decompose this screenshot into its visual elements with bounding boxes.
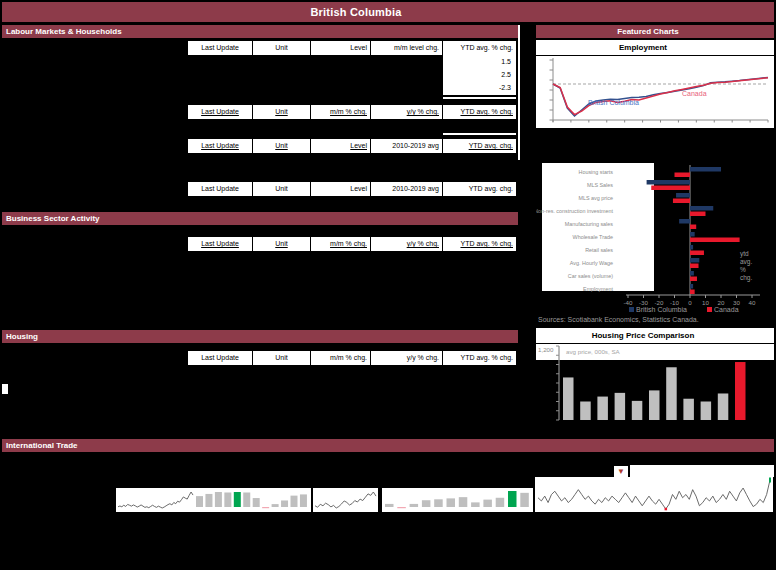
col-header-yy-pct-chg: y/y % chg.	[371, 237, 442, 251]
svg-text:Canada: Canada	[714, 306, 739, 313]
col-header-ytd-avg-pct-chg: YTD avg. % chg.	[443, 351, 516, 365]
trade-sparkline-panel-2[interactable]	[313, 488, 378, 512]
col-header-level: Level	[311, 182, 370, 196]
svg-text:British Columbia: British Columbia	[636, 306, 687, 313]
svg-text:40: 40	[749, 299, 756, 306]
svg-text:Retail sales: Retail sales	[585, 247, 613, 253]
trade-sparkline-panel-3[interactable]	[382, 488, 533, 512]
sparkline-line-svg	[535, 477, 773, 512]
col-header-mm-pct-chg: m/m % chg.	[311, 105, 370, 119]
sparkline-line-svg	[313, 488, 378, 512]
sparkline-bar-svg	[382, 488, 533, 512]
col-header-yy-pct-chg: y/y % chg.	[371, 105, 442, 119]
indicators-chart-svg: Housing startsMLS SalesMLS avg priceNon-…	[536, 160, 776, 328]
employment-chart[interactable]: British ColumbiaCanada	[536, 56, 774, 128]
section-header-housing: Housing	[2, 330, 518, 343]
svg-text:30: 30	[733, 299, 740, 306]
section-header-business: Business Sector Activity	[2, 212, 518, 225]
section-header-featured-charts: Featured Charts	[536, 25, 774, 38]
svg-text:-10: -10	[670, 299, 680, 306]
col-header-unit: Unit	[253, 139, 310, 153]
housing-price-chart-svg: 1,200avg price, 000s, SA	[536, 344, 774, 425]
svg-text:1,200: 1,200	[538, 346, 554, 353]
svg-text:MLS Sales: MLS Sales	[587, 182, 613, 188]
col-header-last-update: Last Update	[188, 41, 252, 55]
col-header-ytd-avg-pct-chg: YTD avg. % chg.	[443, 41, 516, 55]
col-header-mm-pct-chg: m/m % chg.	[311, 351, 370, 365]
sparkline-top-strip	[630, 465, 774, 477]
svg-text:20: 20	[718, 299, 725, 306]
col-header-last-update: Last Update	[188, 139, 252, 153]
col-header-last-update: Last Update	[188, 237, 252, 251]
col-header-ytd-avg-chg: YTD avg. chg.	[443, 182, 516, 196]
ytd-value-3: -2.3	[443, 81, 516, 94]
svg-text:ytd: ytd	[740, 250, 749, 258]
chart-title-housing-price: Housing Price Comparison	[536, 328, 774, 343]
ytd-value-1: 1.5	[443, 55, 516, 68]
svg-text:0: 0	[688, 299, 692, 306]
col-header-level: Level	[311, 41, 370, 55]
col-header-unit: Unit	[253, 182, 310, 196]
col-header-unit: Unit	[253, 105, 310, 119]
svg-text:10: 10	[702, 299, 709, 306]
sparkline-line-bar-svg	[116, 488, 311, 512]
cell-remnant	[2, 384, 8, 394]
ytd-value-2: 2.5	[443, 68, 516, 81]
svg-text:-20: -20	[655, 299, 665, 306]
svg-text:Wholesale Trade: Wholesale Trade	[573, 234, 613, 240]
col-header-last-update: Last Update	[188, 351, 252, 365]
svg-text:Non-res. construction investme: Non-res. construction investment	[536, 208, 614, 214]
col-header-ytd-avg-pct-chg: YTD avg. % chg.	[443, 105, 516, 119]
indicators-chart[interactable]: Housing startsMLS SalesMLS avg priceNon-…	[536, 160, 776, 328]
cell-border	[443, 133, 516, 135]
col-header-yy-pct-chg: y/y % chg.	[371, 351, 442, 365]
trade-sparkline-panel-1[interactable]	[116, 488, 311, 512]
svg-text:Manufacturing sales: Manufacturing sales	[565, 221, 614, 227]
col-header-unit: Unit	[253, 237, 310, 251]
svg-text:-40: -40	[624, 299, 634, 306]
svg-text:chg.: chg.	[740, 274, 752, 282]
svg-text:avg.: avg.	[740, 258, 752, 266]
col-header-2010-2019-avg: 2010-2019 avg	[371, 139, 442, 153]
svg-text:Employment: Employment	[583, 286, 613, 292]
col-header-2010-2019-avg: 2010-2019 avg	[371, 182, 442, 196]
svg-text:Car sales (volume): Car sales (volume)	[568, 273, 613, 279]
svg-text:MLS avg price: MLS avg price	[579, 195, 613, 201]
col-header-ytd-avg-chg: YTD avg. chg.	[443, 139, 516, 153]
svg-text:Sources: Scotiabank Economics,: Sources: Scotiabank Economics, Statistic…	[538, 316, 699, 323]
svg-text:avg price, 000s, SA: avg price, 000s, SA	[566, 348, 621, 355]
page-title: British Columbia	[2, 2, 774, 22]
housing-price-chart[interactable]: 1,200avg price, 000s, SA	[536, 344, 774, 425]
col-header-ytd-avg-pct-chg: YTD avg. % chg.	[443, 237, 516, 251]
col-header-mm-pct-chg: m/m % chg.	[311, 237, 370, 251]
chart-title-employment: Employment	[536, 40, 774, 55]
col-header-level: Level	[311, 139, 370, 153]
svg-text:Canada: Canada	[682, 90, 707, 97]
cell-border	[443, 97, 516, 99]
trade-sparkline-panel-4[interactable]	[535, 477, 773, 512]
ytd-values-block: YTD avg. % chg. 1.5 2.5 -2.3	[443, 41, 516, 95]
col-header-unit: Unit	[253, 41, 310, 55]
svg-text:Housing starts: Housing starts	[579, 169, 614, 175]
employment-chart-svg: British ColumbiaCanada	[536, 56, 774, 128]
svg-text:Avg. Hourly Wage: Avg. Hourly Wage	[570, 260, 613, 266]
col-header-last-update: Last Update	[188, 105, 252, 119]
column-divider	[518, 25, 520, 160]
section-header-trade: International Trade	[2, 439, 774, 452]
svg-text:%: %	[740, 266, 746, 273]
col-header-mm-level-chg: m/m level chg.	[371, 41, 442, 55]
col-header-last-update: Last Update	[188, 182, 252, 196]
dropdown-triangle-icon[interactable]: ▼	[614, 466, 628, 477]
col-header-unit: Unit	[253, 351, 310, 365]
svg-text:British Columbia: British Columbia	[588, 99, 639, 106]
section-header-labour: Labour Markets & Households	[2, 25, 518, 38]
dashboard: British Columbia Labour Markets & Househ…	[0, 0, 776, 570]
svg-text:-30: -30	[639, 299, 649, 306]
